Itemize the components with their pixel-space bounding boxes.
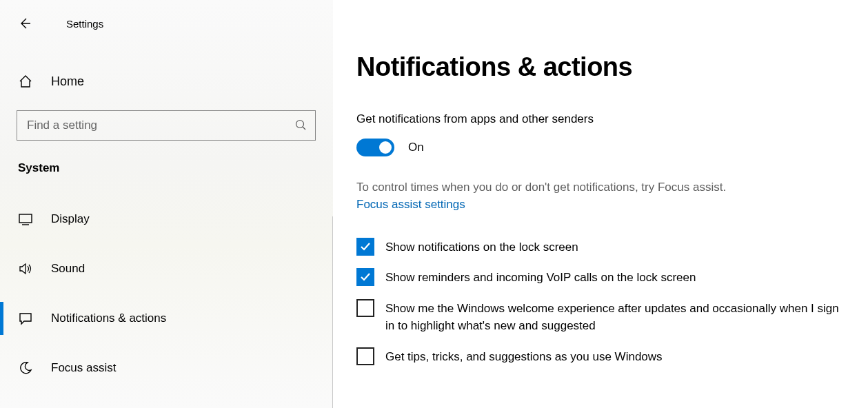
checkbox-label: Get tips, tricks, and suggestions as you… [385, 347, 663, 366]
sidebar-item-display[interactable]: Display [0, 194, 333, 244]
divider [332, 216, 333, 408]
speaker-icon [18, 261, 33, 276]
sidebar-item-sound[interactable]: Sound [0, 244, 333, 294]
svg-line-1 [303, 127, 305, 130]
svg-rect-2 [19, 214, 32, 223]
app-title: Settings [66, 18, 103, 30]
checkbox-label: Show reminders and incoming VoIP calls o… [385, 268, 696, 287]
checkbox-label: Show me the Windows welcome experience a… [385, 299, 840, 335]
home-label: Home [51, 74, 84, 89]
svg-point-0 [296, 120, 304, 127]
back-arrow-icon[interactable] [18, 17, 32, 30]
section-heading: System [18, 161, 333, 175]
moon-icon [18, 360, 33, 376]
checkbox-lock-screen-notifications[interactable]: Show notifications on the lock screen [356, 238, 840, 256]
toggle-state-label: On [408, 141, 424, 154]
checkbox-icon [356, 238, 374, 256]
setting-heading: Get notifications from apps and other se… [356, 112, 840, 126]
search-input[interactable] [27, 119, 294, 132]
page-title: Notifications & actions [356, 52, 840, 82]
checkbox-list: Show notifications on the lock screen Sh… [356, 238, 840, 366]
monitor-icon [18, 212, 33, 227]
hint-text: To control times when you do or don't ge… [356, 178, 840, 196]
sidebar-item-focus-assist[interactable]: Focus assist [0, 343, 333, 393]
sidebar-item-label: Display [51, 212, 90, 226]
chat-icon [18, 311, 33, 326]
topbar: Settings [0, 10, 333, 37]
sidebar-item-label: Focus assist [51, 361, 116, 375]
checkbox-icon [356, 268, 374, 286]
sidebar: Settings Home System Display Sound [0, 0, 333, 408]
checkbox-icon [356, 299, 374, 317]
notifications-toggle[interactable] [356, 139, 394, 156]
toggle-row: On [356, 139, 840, 156]
checkbox-label: Show notifications on the lock screen [385, 238, 578, 256]
search-icon [294, 119, 307, 133]
checkbox-tips-tricks[interactable]: Get tips, tricks, and suggestions as you… [356, 347, 840, 366]
main-content: Notifications & actions Get notification… [333, 0, 868, 408]
sidebar-item-label: Sound [51, 262, 85, 276]
home-icon [18, 74, 33, 89]
checkbox-reminders-voip[interactable]: Show reminders and incoming VoIP calls o… [356, 268, 840, 287]
checkbox-icon [356, 347, 374, 365]
sidebar-item-label: Notifications & actions [51, 312, 166, 325]
sidebar-item-notifications[interactable]: Notifications & actions [0, 294, 333, 343]
search-box[interactable] [17, 110, 316, 141]
home-nav[interactable]: Home [0, 66, 333, 96]
nav-list: Display Sound Notifications & actions Fo… [0, 194, 333, 393]
checkbox-welcome-experience[interactable]: Show me the Windows welcome experience a… [356, 299, 840, 335]
focus-assist-link[interactable]: Focus assist settings [356, 198, 465, 212]
